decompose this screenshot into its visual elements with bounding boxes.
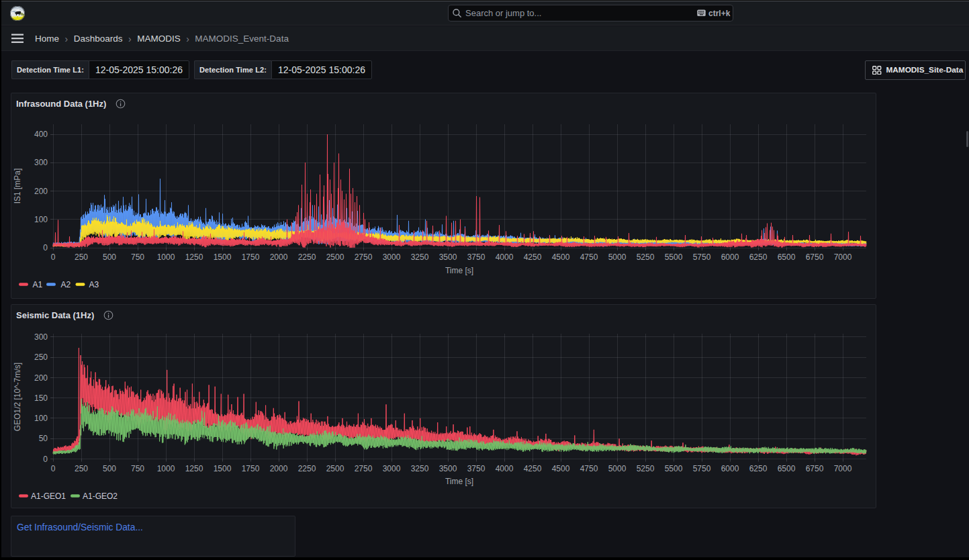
svg-text:6750: 6750 (806, 252, 824, 262)
svg-text:6500: 6500 (778, 464, 796, 473)
svg-text:4750: 4750 (580, 252, 598, 262)
svg-text:7000: 7000 (834, 252, 852, 262)
svg-text:0: 0 (43, 243, 48, 252)
svg-text:4500: 4500 (552, 464, 570, 473)
svg-text:6000: 6000 (721, 464, 739, 473)
svg-text:150: 150 (34, 393, 48, 403)
svg-text:4250: 4250 (524, 252, 542, 262)
svg-text:IS1 [mPa]: IS1 [mPa] (13, 169, 22, 204)
svg-text:0: 0 (43, 455, 48, 464)
svg-text:A1: A1 (33, 280, 43, 289)
svg-text:4000: 4000 (496, 252, 514, 262)
svg-text:750: 750 (131, 464, 144, 473)
svg-text:GEO1/2 [10^-7m/s]: GEO1/2 [10^-7m/s] (13, 363, 22, 431)
svg-text:500: 500 (103, 464, 116, 473)
svg-text:3250: 3250 (411, 464, 429, 473)
svg-text:200: 200 (34, 373, 48, 383)
svg-text:A1-GEO2: A1-GEO2 (83, 492, 118, 501)
svg-text:500: 500 (103, 252, 116, 262)
svg-text:3000: 3000 (383, 464, 401, 473)
svg-text:1250: 1250 (185, 252, 203, 262)
svg-text:6000: 6000 (721, 252, 739, 262)
svg-text:2250: 2250 (298, 252, 316, 262)
svg-text:6750: 6750 (806, 464, 824, 473)
svg-text:2000: 2000 (270, 464, 288, 473)
svg-text:0: 0 (51, 252, 56, 262)
svg-text:2000: 2000 (270, 252, 288, 262)
svg-text:1500: 1500 (214, 464, 232, 473)
svg-text:3750: 3750 (467, 252, 486, 262)
svg-text:4750: 4750 (580, 464, 598, 473)
svg-text:100: 100 (34, 414, 48, 423)
svg-text:5000: 5000 (608, 464, 627, 473)
svg-text:7000: 7000 (834, 464, 852, 473)
svg-text:5000: 5000 (608, 252, 627, 262)
svg-text:400: 400 (34, 130, 48, 139)
svg-text:50: 50 (39, 434, 48, 443)
svg-text:3750: 3750 (467, 464, 486, 473)
svg-text:2750: 2750 (355, 464, 373, 473)
svg-text:1250: 1250 (185, 464, 203, 473)
svg-text:4250: 4250 (524, 464, 542, 473)
svg-text:1750: 1750 (242, 464, 260, 473)
svg-text:5250: 5250 (637, 464, 655, 473)
svg-text:5750: 5750 (693, 464, 711, 473)
svg-text:200: 200 (34, 187, 48, 196)
svg-text:6250: 6250 (749, 252, 768, 262)
svg-text:Time [s]: Time [s] (445, 477, 473, 486)
svg-text:1000: 1000 (157, 464, 175, 473)
svg-text:100: 100 (34, 215, 48, 224)
svg-text:A1-GEO1: A1-GEO1 (31, 492, 66, 501)
svg-text:2500: 2500 (326, 252, 344, 262)
svg-text:250: 250 (75, 252, 88, 262)
svg-text:1500: 1500 (214, 252, 232, 262)
svg-text:0: 0 (51, 464, 56, 473)
svg-text:750: 750 (131, 252, 144, 262)
svg-text:2500: 2500 (326, 464, 344, 473)
svg-text:4000: 4000 (496, 464, 514, 473)
svg-text:1000: 1000 (157, 252, 175, 262)
svg-text:3250: 3250 (411, 252, 429, 262)
svg-text:300: 300 (34, 332, 48, 342)
svg-text:5500: 5500 (665, 252, 683, 262)
svg-text:3500: 3500 (439, 464, 457, 473)
svg-text:1750: 1750 (242, 252, 260, 262)
svg-text:2750: 2750 (355, 252, 373, 262)
svg-text:A2: A2 (61, 280, 71, 289)
svg-text:5250: 5250 (637, 252, 655, 262)
svg-text:300: 300 (34, 158, 48, 167)
svg-text:5750: 5750 (693, 252, 711, 262)
svg-text:250: 250 (34, 353, 48, 362)
svg-text:4500: 4500 (552, 252, 570, 262)
svg-text:2250: 2250 (298, 464, 316, 473)
svg-text:250: 250 (75, 464, 88, 473)
svg-text:5500: 5500 (665, 464, 683, 473)
svg-text:Time [s]: Time [s] (445, 266, 473, 275)
svg-text:3000: 3000 (383, 252, 401, 262)
svg-text:3500: 3500 (439, 252, 457, 262)
svg-text:A3: A3 (89, 280, 99, 289)
svg-text:6250: 6250 (749, 464, 768, 473)
svg-text:6500: 6500 (778, 252, 796, 262)
